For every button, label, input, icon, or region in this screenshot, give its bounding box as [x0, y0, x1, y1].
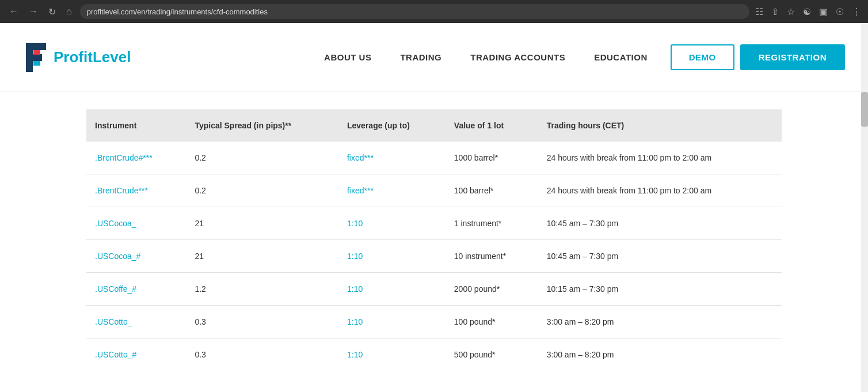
cell-trading_hours-3: 10:45 am – 7:30 pm	[538, 240, 782, 273]
cell-spread-0: 0.2	[186, 142, 338, 174]
table-row: .USCotto_#0.31:10500 pound*3:00 am – 8:2…	[86, 338, 782, 371]
scrollbar-track[interactable]	[861, 23, 868, 388]
table-body: .BrentCrude#***0.2fixed***1000 barrel*24…	[86, 142, 782, 371]
col-header-lot-value: Value of 1 lot	[446, 109, 538, 142]
cell-leverage-4: 1:10	[338, 273, 446, 306]
nav-trading-accounts[interactable]: TRADING ACCOUNTS	[470, 52, 565, 62]
cell-instrument-3: .USCocoa_#	[86, 240, 186, 273]
tab-icon[interactable]: ▣	[819, 6, 828, 17]
cell-lot_value-3: 10 instrument*	[446, 240, 538, 273]
col-header-instrument: Instrument	[86, 109, 186, 142]
cell-instrument-4: .USCoffe_#	[86, 273, 186, 306]
cell-leverage-2: 1:10	[338, 207, 446, 240]
browser-toolbar-icons: ☷ ⇧ ☆ ☯ ▣ ☉ ⋮	[755, 6, 861, 17]
logo[interactable]: ProfitLevel	[23, 43, 131, 72]
forward-button[interactable]: →	[26, 6, 40, 17]
cell-leverage-0: fixed***	[338, 142, 446, 174]
cell-leverage-6: 1:10	[338, 338, 446, 371]
registration-button[interactable]: REGISTRATION	[740, 44, 845, 70]
cell-trading_hours-1: 24 hours with break from 11:00 pm to 2:0…	[538, 174, 782, 207]
svg-rect-2	[26, 54, 42, 61]
cell-lot_value-2: 1 instrument*	[446, 207, 538, 240]
nav-about-us[interactable]: ABOUT US	[324, 52, 371, 62]
col-header-spread: Typical Spread (in pips)**	[186, 109, 338, 142]
main-nav: ABOUT US TRADING TRADING ACCOUNTS EDUCAT…	[324, 52, 648, 62]
table-row: .BrentCrude***0.2fixed***100 barrel*24 h…	[86, 174, 782, 207]
cell-instrument-5: .USCotto_	[86, 306, 186, 338]
url-bar[interactable]: profitlevel.com/en/trading/instruments/c…	[80, 4, 749, 19]
cell-lot_value-6: 500 pound*	[446, 338, 538, 371]
bookmark-icon[interactable]: ☆	[787, 6, 795, 17]
instruments-table: Instrument Typical Spread (in pips)** Le…	[86, 109, 782, 371]
logo-icon	[23, 43, 49, 72]
cell-trading_hours-6: 3:00 am – 8:20 pm	[538, 338, 782, 371]
cell-leverage-5: 1:10	[338, 306, 446, 338]
cell-spread-3: 21	[186, 240, 338, 273]
cell-trading_hours-2: 10:45 am – 7:30 pm	[538, 207, 782, 240]
cell-spread-2: 21	[186, 207, 338, 240]
cell-instrument-6: .USCotto_#	[86, 338, 186, 371]
table-row: .USCocoa_211:101 instrument*10:45 am – 7…	[86, 207, 782, 240]
cell-spread-4: 1.2	[186, 273, 338, 306]
cell-spread-1: 0.2	[186, 174, 338, 207]
table-row: .BrentCrude#***0.2fixed***1000 barrel*24…	[86, 142, 782, 174]
col-header-leverage: Leverage (up to)	[338, 109, 446, 142]
svg-rect-4	[33, 61, 40, 66]
menu-icon[interactable]: ⋮	[852, 6, 861, 17]
site-header: ProfitLevel ABOUT US TRADING TRADING ACC…	[0, 23, 868, 92]
share-icon[interactable]: ⇧	[771, 6, 779, 17]
svg-rect-3	[33, 50, 40, 55]
cell-spread-6: 0.3	[186, 338, 338, 371]
col-header-trading-hours: Trading hours (CET)	[538, 109, 782, 142]
scrollbar-thumb[interactable]	[861, 92, 868, 127]
cell-lot_value-1: 100 barrel*	[446, 174, 538, 207]
back-button[interactable]: ←	[7, 6, 21, 17]
translate-icon[interactable]: ☷	[755, 6, 763, 17]
logo-text-plain: Profit	[54, 48, 93, 66]
instruments-table-container: Instrument Typical Spread (in pips)** Le…	[0, 92, 868, 388]
table-header: Instrument Typical Spread (in pips)** Le…	[86, 109, 782, 142]
cell-instrument-1: .BrentCrude***	[86, 174, 186, 207]
demo-button[interactable]: DEMO	[671, 44, 734, 70]
nav-education[interactable]: EDUCATION	[594, 52, 648, 62]
home-button[interactable]: ⌂	[64, 6, 74, 17]
profile-icon[interactable]: ☉	[836, 6, 844, 17]
cell-leverage-3: 1:10	[338, 240, 446, 273]
svg-rect-1	[26, 43, 46, 50]
table-row: .USCotto_0.31:10100 pound*3:00 am – 8:20…	[86, 306, 782, 338]
table-header-row: Instrument Typical Spread (in pips)** Le…	[86, 109, 782, 142]
reload-button[interactable]: ↻	[46, 6, 58, 17]
cell-lot_value-0: 1000 barrel*	[446, 142, 538, 174]
url-text: profitlevel.com/en/trading/instruments/c…	[87, 7, 268, 16]
table-row: .USCocoa_#211:1010 instrument*10:45 am –…	[86, 240, 782, 273]
cell-instrument-2: .USCocoa_	[86, 207, 186, 240]
browser-chrome: ← → ↻ ⌂ profitlevel.com/en/trading/instr…	[0, 0, 868, 23]
logo-text-accent: Level	[93, 48, 131, 66]
cell-instrument-0: .BrentCrude#***	[86, 142, 186, 174]
cell-trading_hours-0: 24 hours with break from 11:00 pm to 2:0…	[538, 142, 782, 174]
nav-trading[interactable]: TRADING	[400, 52, 441, 62]
cell-trading_hours-4: 10:15 am – 7:30 pm	[538, 273, 782, 306]
cell-lot_value-4: 2000 pound*	[446, 273, 538, 306]
logo-text: ProfitLevel	[54, 48, 131, 66]
cell-leverage-1: fixed***	[338, 174, 446, 207]
table-row: .USCoffe_#1.21:102000 pound*10:15 am – 7…	[86, 273, 782, 306]
cell-spread-5: 0.3	[186, 306, 338, 338]
extensions-icon[interactable]: ☯	[803, 6, 811, 17]
cell-trading_hours-5: 3:00 am – 8:20 pm	[538, 306, 782, 338]
cell-lot_value-5: 100 pound*	[446, 306, 538, 338]
